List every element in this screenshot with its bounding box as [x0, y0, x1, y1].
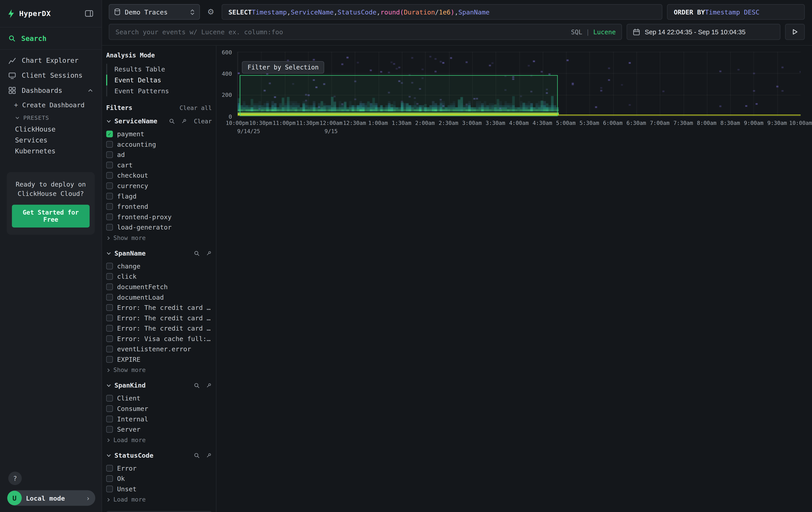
clear-filter-button[interactable]: Clear — [194, 117, 212, 125]
checkbox[interactable] — [106, 273, 113, 279]
chevron-down-icon[interactable] — [106, 453, 111, 458]
preset-item-kubernetes[interactable]: Kubernetes — [0, 145, 102, 157]
checkbox-checked[interactable] — [106, 130, 113, 137]
settings-gear-button[interactable]: ⚙ — [205, 4, 217, 20]
selection-rectangle[interactable] — [240, 75, 558, 116]
chevron-down-icon[interactable] — [106, 383, 111, 388]
show-more-link[interactable]: Show more — [106, 367, 212, 374]
checkbox[interactable] — [106, 475, 113, 482]
checkbox[interactable] — [106, 415, 113, 422]
chevron-down-icon[interactable] — [106, 118, 111, 124]
checkbox[interactable] — [106, 335, 113, 342]
checkbox[interactable] — [106, 213, 113, 220]
load-more-link[interactable]: Load more — [106, 436, 212, 444]
checkbox[interactable] — [106, 182, 113, 189]
sidebar-item-dashboards[interactable]: Dashboards — [0, 83, 102, 98]
checkbox[interactable] — [106, 172, 113, 179]
sql-select-editor[interactable]: SELECT Timestamp, ServiceName, StatusCod… — [222, 4, 662, 20]
create-dashboard-button[interactable]: + Create Dashboard — [0, 98, 102, 111]
checkbox[interactable] — [106, 465, 113, 471]
help-button[interactable]: ? — [8, 471, 22, 485]
search-icon[interactable] — [169, 118, 175, 124]
filter-option-unset[interactable]: Unset — [106, 484, 212, 494]
filter-option-error-visa-cache-full[interactable]: Error: Visa cache full: … — [106, 333, 212, 344]
search-icon[interactable] — [194, 382, 200, 388]
filter-group-title[interactable]: SpanKind — [115, 381, 146, 389]
filter-option-checkout[interactable]: checkout — [106, 170, 212, 181]
filter-option-flagd[interactable]: flagd — [106, 191, 212, 201]
lang-sql-option[interactable]: SQL — [571, 28, 582, 36]
source-select[interactable]: Demo Traces — [109, 4, 200, 20]
checkbox[interactable] — [106, 294, 113, 300]
load-more-link[interactable]: Load more — [106, 496, 212, 503]
checkbox[interactable] — [106, 263, 113, 269]
filter-option-click[interactable]: click — [106, 271, 212, 281]
filter-option-frontend-proxy[interactable]: frontend-proxy — [106, 212, 212, 222]
filter-option-accounting[interactable]: accounting — [106, 139, 212, 150]
filter-option-ad[interactable]: ad — [106, 149, 212, 160]
filter-option-client[interactable]: Client — [106, 393, 212, 403]
filter-option-load-generator[interactable]: load-generator — [106, 222, 212, 232]
hyperdx-logo[interactable]: HyperDX — [7, 9, 51, 18]
checkbox[interactable] — [106, 485, 113, 492]
filter-option-consumer[interactable]: Consumer — [106, 403, 212, 413]
checkbox[interactable] — [106, 141, 113, 147]
filter-option-error-the-credit-card[interactable]: Error: The credit card (… — [106, 323, 212, 333]
sidebar-item-client-sessions[interactable]: Client Sessions — [0, 68, 102, 83]
pin-icon[interactable] — [181, 118, 187, 124]
checkbox[interactable] — [106, 304, 113, 311]
checkbox[interactable] — [106, 356, 113, 362]
more-filters-button[interactable]: More filters — [106, 511, 212, 512]
analysis-mode-event-patterns[interactable]: Event Patterns — [106, 85, 212, 97]
presets-toggle[interactable]: PRESETS — [0, 111, 102, 124]
filter-option-eventlistener-error[interactable]: eventListener.error — [106, 344, 212, 354]
chevron-down-icon[interactable] — [106, 251, 111, 256]
pin-icon[interactable] — [206, 452, 212, 458]
checkbox[interactable] — [106, 325, 113, 331]
filter-group-title[interactable]: ServiceName — [115, 117, 157, 125]
filter-option-payment[interactable]: payment — [106, 129, 212, 139]
filter-option-error-the-credit-card[interactable]: Error: The credit card (… — [106, 302, 212, 313]
checkbox[interactable] — [106, 426, 113, 432]
filter-option-change[interactable]: change — [106, 261, 212, 271]
checkbox[interactable] — [106, 193, 113, 199]
show-more-link[interactable]: Show more — [106, 234, 212, 242]
filter-group-title[interactable]: StatusCode — [115, 452, 153, 459]
checkbox[interactable] — [106, 346, 113, 352]
checkbox[interactable] — [106, 314, 113, 321]
filter-option-internal[interactable]: Internal — [106, 413, 212, 424]
run-query-button[interactable] — [785, 24, 805, 40]
get-started-button[interactable]: Get Started for Free — [12, 205, 90, 227]
sidebar-item-search[interactable]: Search — [0, 27, 102, 50]
pin-icon[interactable] — [206, 250, 212, 256]
checkbox[interactable] — [106, 283, 113, 290]
preset-item-services[interactable]: Services — [0, 135, 102, 145]
filter-option-server[interactable]: Server — [106, 424, 212, 434]
clear-all-filters-button[interactable]: Clear all — [179, 104, 212, 111]
filter-option-cart[interactable]: cart — [106, 160, 212, 170]
filter-option-error-the-credit-card[interactable]: Error: The credit card (… — [106, 313, 212, 323]
lang-lucene-option[interactable]: Lucene — [593, 28, 616, 36]
analysis-mode-event-deltas[interactable]: Event Deltas — [106, 75, 212, 85]
filter-group-title[interactable]: SpanName — [115, 249, 146, 257]
filter-option-documentload[interactable]: documentLoad — [106, 292, 212, 302]
checkbox[interactable] — [106, 151, 113, 158]
checkbox[interactable] — [106, 223, 113, 230]
filter-option-error[interactable]: Error — [106, 463, 212, 473]
search-input[interactable] — [109, 24, 622, 40]
search-icon[interactable] — [194, 452, 200, 458]
filter-option-currency[interactable]: currency — [106, 180, 212, 191]
filter-option-frontend[interactable]: frontend — [106, 201, 212, 212]
checkbox[interactable] — [106, 395, 113, 401]
user-avatar[interactable]: U — [7, 491, 22, 505]
date-range-picker[interactable]: Sep 14 22:04:35 - Sep 15 10:04:35 — [627, 24, 780, 40]
preset-item-clickhouse[interactable]: ClickHouse — [0, 124, 102, 135]
filter-option-ok[interactable]: Ok — [106, 473, 212, 484]
checkbox[interactable] — [106, 203, 113, 210]
search-icon[interactable] — [194, 250, 200, 256]
filter-option-expire[interactable]: EXPIRE — [106, 354, 212, 365]
checkbox[interactable] — [106, 405, 113, 412]
filter-option-documentfetch[interactable]: documentFetch — [106, 281, 212, 292]
sidebar-item-chart-explorer[interactable]: Chart Explorer — [0, 53, 102, 68]
heatmap-plot[interactable]: Filter by Selection — [237, 52, 801, 117]
